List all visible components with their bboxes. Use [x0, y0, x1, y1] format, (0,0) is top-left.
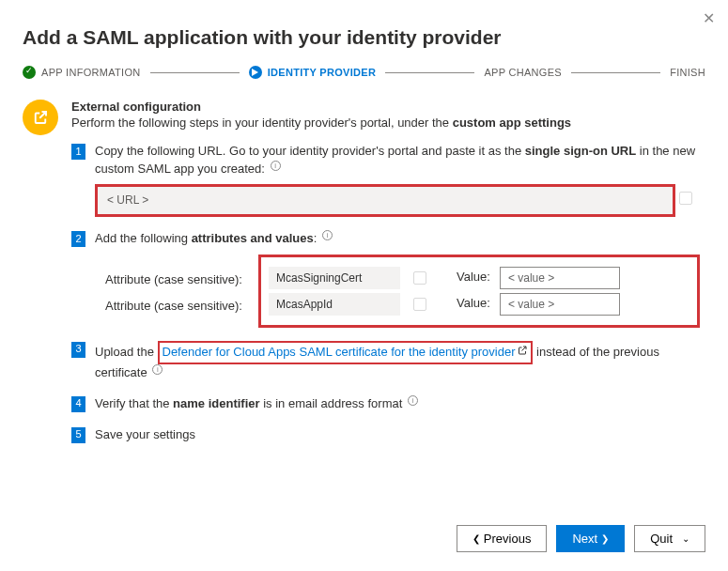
section-subtitle: Perform the following steps in your iden…: [71, 116, 705, 130]
step-number: 1: [71, 144, 85, 160]
info-icon[interactable]: i: [152, 364, 163, 375]
info-icon[interactable]: i: [408, 395, 418, 406]
step-app-changes: APP CHANGES: [484, 67, 562, 78]
step-connector: [385, 72, 474, 73]
attribute-value-1[interactable]: [500, 267, 620, 289]
step-label: APP CHANGES: [484, 67, 562, 78]
checkmark-icon: [23, 66, 36, 79]
step-identity-provider: IDENTITY PROVIDER: [249, 66, 377, 79]
step-label: FINISH: [670, 67, 705, 78]
certificate-download-link[interactable]: Defender for Cloud Apps SAML certificate…: [158, 341, 534, 364]
section-title: External configuration: [71, 100, 705, 114]
step-connector: [571, 72, 660, 73]
next-button[interactable]: Next❯: [556, 525, 625, 552]
attribute-name-1[interactable]: [269, 267, 400, 289]
step-label: APP INFORMATION: [41, 67, 141, 78]
step-number: 2: [71, 231, 85, 247]
instruction-step-2: 2 Add the following attributes and value…: [71, 230, 705, 327]
wizard-stepper: APP INFORMATION IDENTITY PROVIDER APP CH…: [23, 66, 705, 79]
sso-url-field[interactable]: < URL >: [95, 184, 675, 217]
play-icon: [249, 66, 262, 79]
info-icon[interactable]: i: [322, 230, 333, 240]
quit-button[interactable]: Quit⌄: [634, 525, 705, 552]
step-app-information: APP INFORMATION: [23, 66, 141, 79]
step-finish: FINISH: [670, 67, 705, 78]
dialog-footer: ❮Previous Next❯ Quit⌄: [457, 525, 705, 552]
step-label: IDENTITY PROVIDER: [268, 67, 377, 78]
attribute-label: Attribute (case sensitive):: [105, 267, 242, 289]
attributes-block: Attribute (case sensitive): Value: Attri…: [258, 255, 700, 328]
attribute-value-2[interactable]: [500, 293, 620, 316]
copy-icon[interactable]: [413, 271, 426, 285]
step-connector: [150, 72, 240, 73]
instruction-step-5: 5 Save your settings: [71, 426, 705, 444]
step-number: 5: [71, 427, 85, 443]
instruction-step-1: 1 Copy the following URL. Go to your ide…: [71, 143, 705, 217]
external-link-badge-icon: [23, 100, 58, 135]
attribute-label: Attribute (case sensitive):: [105, 293, 242, 316]
copy-icon[interactable]: [413, 298, 426, 311]
instruction-step-3: 3 Upload the Defender for Cloud Apps SAM…: [71, 341, 705, 382]
external-link-icon: [517, 344, 528, 362]
close-icon[interactable]: ✕: [703, 9, 715, 27]
copy-icon[interactable]: [679, 192, 692, 205]
attribute-row-1: Attribute (case sensitive): Value:: [269, 267, 689, 289]
step-number: 4: [71, 396, 85, 412]
attribute-name-2[interactable]: [269, 293, 400, 316]
chevron-right-icon: ❯: [601, 533, 609, 544]
info-icon[interactable]: i: [271, 161, 281, 171]
chevron-down-icon: ⌄: [682, 533, 689, 544]
dialog-title: Add a SAML application with your identit…: [23, 26, 705, 49]
chevron-left-icon: ❮: [472, 533, 480, 544]
value-label: Value:: [457, 269, 490, 286]
previous-button[interactable]: ❮Previous: [457, 525, 548, 552]
instruction-step-4: 4 Verify that the name identifier is in …: [71, 395, 705, 413]
attribute-row-2: Attribute (case sensitive): Value:: [269, 293, 689, 316]
step-number: 3: [71, 342, 85, 358]
value-label: Value:: [457, 295, 490, 313]
